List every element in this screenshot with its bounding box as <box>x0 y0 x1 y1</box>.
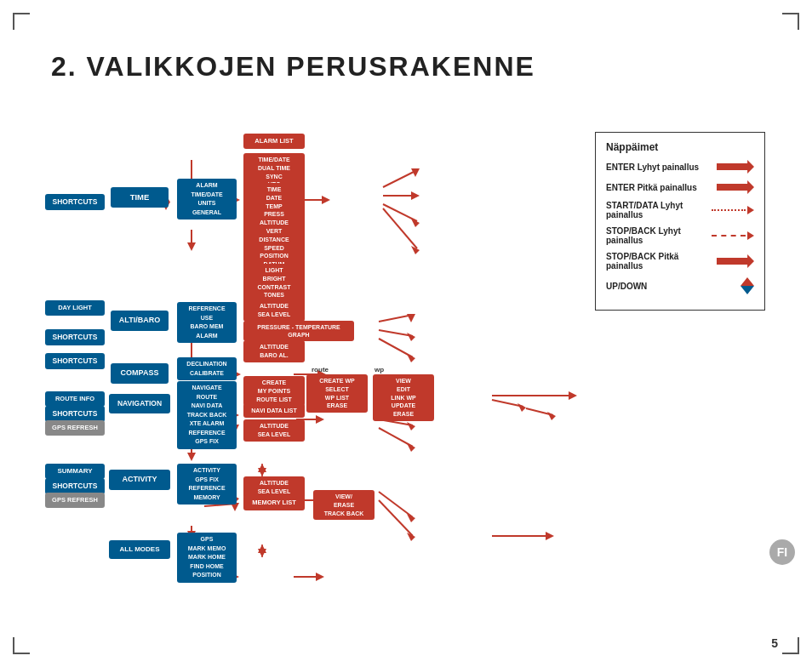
svg-line-15 <box>383 208 417 248</box>
activity-button[interactable]: ACTIVITY <box>109 470 170 490</box>
time-button[interactable]: TIME <box>111 187 169 208</box>
svg-line-13 <box>383 204 417 221</box>
declination-button[interactable]: DECLINATIONCALIBRATE <box>177 357 237 380</box>
svg-marker-26 <box>407 354 415 362</box>
summary-button[interactable]: SUMMARY <box>45 464 105 479</box>
svg-marker-12 <box>411 191 420 200</box>
reference-sub-button[interactable]: REFERENCEUSEBARO MEMALARM <box>177 302 237 343</box>
alarm-sub-button[interactable]: ALARMTIME/DATEUNITSGENERAL <box>177 179 237 219</box>
navi-data-list-button[interactable]: NAVI DATA LIST <box>243 403 305 418</box>
corner-br <box>782 637 799 654</box>
gps-refresh-2-button[interactable]: GPS refresh <box>45 493 105 508</box>
gps-refresh-1-button[interactable]: GPS refresh <box>45 420 105 436</box>
day-light-button[interactable]: DAY LIGHT <box>45 300 105 316</box>
page-number: 5 <box>771 636 778 650</box>
memory-list-button[interactable]: MEMORY LIST <box>243 495 305 510</box>
legend-arrow-updown <box>741 277 754 294</box>
altitude-baro-button[interactable]: ALTITUDEBARO AL. <box>243 340 305 362</box>
route-info-button[interactable]: ROUTE INFO <box>45 391 105 407</box>
shortcuts-1-button[interactable]: SHORTCUTS <box>45 194 105 210</box>
svg-line-53 <box>379 500 413 536</box>
view-erase-button[interactable]: VIEW/ERASETRACK BACK <box>313 490 375 520</box>
altitude-sl-2-button[interactable]: ALTITUDESEA LEVEL <box>243 419 305 442</box>
create-button[interactable]: CREATEMy PointsROUTE LIST <box>243 376 305 406</box>
svg-marker-44 <box>187 453 196 461</box>
corner-tr <box>782 13 799 30</box>
svg-marker-40 <box>407 422 415 430</box>
arrow-up-icon <box>741 277 754 286</box>
svg-marker-5 <box>187 242 196 251</box>
fi-badge: FI <box>769 539 795 565</box>
pressure-temp-button[interactable]: PRESSURE - TEMPERATURE GRAPH <box>243 321 354 341</box>
altitude-sl-1-button[interactable]: ALTITUDESEA LEVEL <box>243 299 305 322</box>
alarm-list-button[interactable]: ALARM LIST <box>243 134 305 149</box>
svg-marker-22 <box>407 314 415 322</box>
svg-marker-36 <box>316 415 324 424</box>
svg-marker-64 <box>569 391 577 400</box>
svg-line-9 <box>383 170 417 187</box>
navigate-sub-button[interactable]: NAVIGATEROUTENAVI DATATRACK BACKXTE ALAR… <box>177 381 237 449</box>
create-wp-sub-button[interactable]: CREATE WPSELECTWP LISTERASE <box>306 374 368 413</box>
all-modes-button[interactable]: ALL MODES <box>109 540 170 559</box>
page-title: 2. VALIKKOJEN PERUSRAKENNE <box>51 51 535 83</box>
shortcuts-2-button[interactable]: SHORTCUTS <box>45 329 105 345</box>
corner-tl <box>13 13 30 30</box>
svg-marker-8 <box>322 196 330 204</box>
arrow-down-icon <box>741 286 754 294</box>
shortcuts-3-button[interactable]: SHORTCUTS <box>45 353 105 369</box>
svg-marker-68 <box>546 532 554 540</box>
alti-baro-button[interactable]: ALTI/BARO <box>111 311 169 331</box>
svg-line-21 <box>379 315 413 322</box>
svg-marker-60 <box>316 573 324 581</box>
view-edit-button[interactable]: VIEWEDITLINK WPUPDATEERASE <box>373 374 434 421</box>
svg-marker-62 <box>518 403 526 412</box>
wp-label: wp <box>375 366 384 373</box>
gps-sub-button[interactable]: GPSMARK MemoMARK HOMEFIND HOMEPOSITION <box>177 533 237 583</box>
activity-sub-button[interactable]: ACTIVITYGPS fixREFERENCEMEMORY <box>177 464 237 505</box>
svg-marker-42 <box>407 443 415 452</box>
svg-marker-66 <box>547 412 556 420</box>
navigation-button[interactable]: NAVIGATION <box>109 394 170 413</box>
compass-button[interactable]: COMPASS <box>111 363 169 384</box>
svg-marker-24 <box>407 333 415 341</box>
route-label: route <box>312 366 329 373</box>
